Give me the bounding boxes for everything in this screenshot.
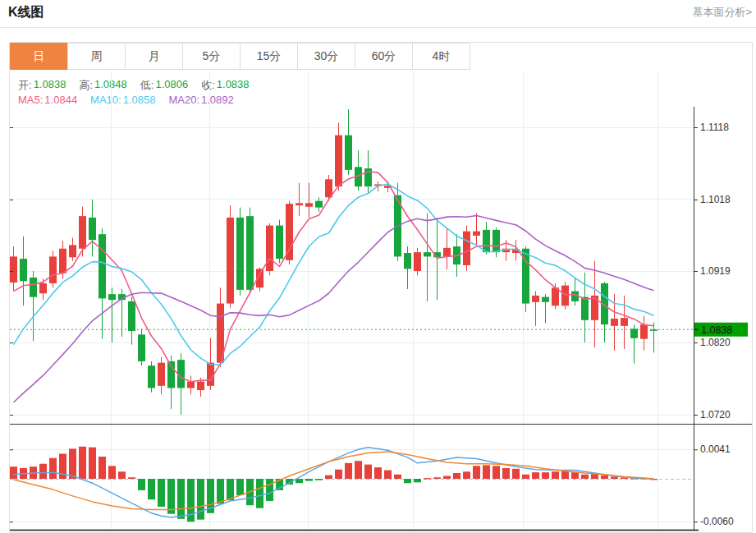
candle-body	[207, 363, 214, 386]
macd-hist-bar	[148, 479, 155, 499]
candle-body	[424, 252, 431, 256]
macd-hist-bar	[611, 476, 618, 479]
candle-body	[296, 203, 303, 205]
macd-hist-bar	[335, 470, 342, 479]
candle-body	[227, 218, 234, 304]
candle-body	[79, 216, 86, 249]
macd-hist-bar	[158, 479, 165, 507]
macd-hist-bar	[256, 479, 263, 508]
macd-hist-bar	[325, 476, 332, 479]
macd-hist-bar	[39, 464, 47, 479]
macd-hist-bar	[581, 475, 589, 479]
candle-body	[640, 324, 648, 339]
candle-body	[128, 301, 135, 331]
macd-hist-bar	[266, 479, 273, 501]
candle-body	[404, 253, 411, 269]
candle-body	[246, 216, 254, 290]
macd-hist-bar	[443, 476, 451, 479]
kline-chart: 1.11181.10181.09191.08201.07200.0041-0.0…	[0, 0, 756, 533]
macd-hist-bar	[374, 467, 382, 479]
candle-body	[345, 136, 352, 170]
macd-hist-bar	[552, 471, 559, 479]
macd-hist-bar	[138, 479, 145, 490]
macd-hist-bar	[404, 479, 411, 483]
candle-body	[532, 296, 539, 302]
macd-hist-bar	[542, 472, 549, 479]
macd-hist-bar	[236, 479, 244, 495]
candle-body	[276, 226, 283, 259]
candle-body	[20, 259, 27, 281]
candle-body	[108, 294, 116, 300]
candle-body	[89, 218, 96, 240]
candle-body	[49, 256, 57, 283]
candle-body	[473, 232, 480, 236]
macd-hist-bar	[473, 466, 480, 479]
macd-hist-bar	[108, 466, 116, 479]
candle-body	[414, 252, 421, 271]
macd-hist-bar	[463, 471, 470, 479]
macd-hist-bar	[345, 463, 352, 479]
candle-body	[611, 319, 618, 326]
macd-axis-label: 0.0041	[700, 443, 731, 455]
candle-body	[99, 234, 106, 298]
macd-hist-bar	[483, 465, 490, 479]
candle-body	[305, 203, 313, 206]
candle-body	[621, 318, 628, 326]
candle-body	[286, 204, 293, 260]
candle-body	[325, 179, 332, 197]
candle-body	[148, 365, 155, 388]
candle-body	[10, 256, 17, 283]
candle-body	[266, 226, 273, 271]
macd-hist-bar	[502, 468, 510, 479]
macd-hist-bar	[522, 475, 529, 479]
macd-hist-bar	[49, 458, 57, 479]
candle-body	[463, 232, 470, 265]
macd-hist-bar	[355, 461, 362, 479]
macd-hist-bar	[227, 479, 234, 500]
candle-body	[561, 286, 569, 306]
macd-hist-bar	[453, 473, 460, 479]
macd-hist-bar	[493, 466, 500, 479]
macd-hist-bar	[433, 477, 441, 479]
macd-hist-bar	[167, 479, 175, 514]
candle-body	[630, 329, 638, 338]
macd-hist-bar	[424, 478, 431, 479]
candle-body	[552, 287, 559, 306]
candle-body	[158, 363, 165, 386]
candle-body	[542, 297, 549, 302]
macd-hist-bar	[394, 475, 401, 479]
macd-hist-bar	[364, 465, 372, 479]
current-price-label: 1.0838	[701, 324, 732, 336]
candle-body	[443, 248, 451, 257]
candle-body	[69, 245, 76, 257]
macd-hist-bar	[128, 477, 135, 479]
macd-hist-bar	[384, 471, 392, 479]
macd-hist-bar	[305, 479, 313, 481]
candle-body	[187, 382, 195, 388]
price-axis-label: 1.0820	[700, 337, 731, 348]
price-axis-label: 1.0720	[700, 409, 731, 420]
macd-hist-bar	[512, 469, 520, 479]
macd-hist-bar	[532, 472, 539, 479]
macd-hist-bar	[315, 479, 323, 480]
candle-body	[315, 201, 323, 208]
macd-hist-bar	[571, 472, 579, 479]
price-axis-label: 1.0919	[700, 265, 731, 277]
macd-hist-bar	[10, 466, 17, 479]
macd-hist-bar	[89, 448, 96, 479]
candle-body	[335, 136, 342, 186]
macd-hist-bar	[217, 479, 224, 503]
candle-body	[39, 283, 47, 293]
macd-hist-bar	[69, 448, 76, 479]
macd-hist-bar	[118, 471, 126, 479]
candle-body	[138, 334, 145, 361]
candle-body	[650, 329, 657, 331]
macd-hist-bar	[99, 457, 106, 479]
macd-hist-bar	[414, 479, 421, 482]
macd-hist-bar	[177, 479, 185, 519]
candle-body	[30, 278, 37, 297]
macd-hist-bar	[79, 447, 86, 479]
candle-body	[59, 249, 66, 273]
macd-hist-bar	[197, 479, 204, 520]
macd-axis-label: -0.0060	[700, 516, 734, 527]
